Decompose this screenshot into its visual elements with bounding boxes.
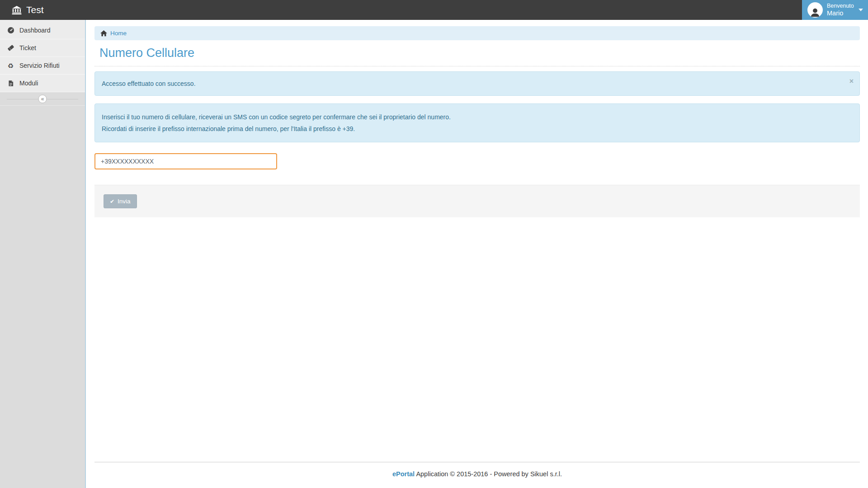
form-footer-panel: ✔ Invia (94, 185, 860, 217)
home-icon (100, 30, 107, 37)
success-alert-text: Accesso effettuato con successo. (102, 80, 196, 87)
info-line-1: Inserisci il tuo numero di cellulare, ri… (102, 111, 853, 123)
close-icon[interactable]: × (849, 78, 854, 85)
bank-icon (12, 6, 22, 14)
footer-brand-link[interactable]: ePortal (392, 470, 415, 478)
invia-button[interactable]: ✔ Invia (104, 194, 137, 208)
sidebar-item-moduli[interactable]: Moduli (0, 75, 85, 92)
recycle-icon: ♻ (7, 62, 14, 69)
page-title: Numero Cellulare (94, 46, 860, 66)
footer-text: ePortal Application © 2015-2016 - Powere… (94, 463, 860, 488)
sidebar-menu: Dashboard Ticket ♻ Servizio Rifiuti (0, 20, 85, 92)
sidebar-item-label: Moduli (19, 80, 38, 87)
sidebar-item-label: Dashboard (19, 27, 51, 34)
caret-down-icon (859, 9, 863, 11)
success-alert: Accesso effettuato con successo. × (94, 71, 860, 96)
dashboard-icon (7, 27, 14, 34)
user-name: Mario (827, 9, 854, 17)
sidebar-item-ticket[interactable]: Ticket (0, 39, 85, 57)
sidebar-item-servizio-rifiuti[interactable]: ♻ Servizio Rifiuti (0, 57, 85, 75)
sidebar-item-label: Servizio Rifiuti (19, 62, 60, 69)
footer-copyright: Application © 2015-2016 - Powered by Sik… (415, 470, 562, 478)
check-icon: ✔ (110, 199, 114, 204)
breadcrumb-home-link[interactable]: Home (100, 30, 127, 37)
sidebar-collapse-row: « (0, 92, 85, 106)
sidebar: Dashboard Ticket ♻ Servizio Rifiuti (0, 20, 86, 488)
app-title: Test (26, 5, 44, 15)
sidebar-item-dashboard[interactable]: Dashboard (0, 22, 85, 39)
user-greeting: Benvenuto (827, 3, 854, 9)
breadcrumb: Home (94, 26, 860, 40)
user-menu[interactable]: Benvenuto Mario (802, 0, 868, 20)
page-footer: ePortal Application © 2015-2016 - Powere… (94, 462, 860, 488)
app-logo: Test (0, 5, 44, 15)
main-content: Home Numero Cellulare Accesso effettuato… (86, 20, 868, 488)
info-line-2: Ricordati di inserire il prefisso intern… (102, 123, 853, 135)
sidebar-item-label: Ticket (19, 44, 36, 52)
info-alert: Inserisci il tuo numero di cellulare, ri… (94, 103, 860, 142)
invia-button-label: Invia (118, 198, 131, 205)
phone-number-input[interactable] (94, 153, 277, 169)
avatar (807, 2, 823, 18)
ticket-icon (7, 44, 14, 52)
user-text: Benvenuto Mario (827, 3, 854, 17)
file-icon (7, 80, 14, 87)
sidebar-collapse-button[interactable]: « (38, 94, 47, 103)
breadcrumb-home-label: Home (110, 30, 127, 37)
topbar: Test Benvenuto Mario (0, 0, 868, 20)
